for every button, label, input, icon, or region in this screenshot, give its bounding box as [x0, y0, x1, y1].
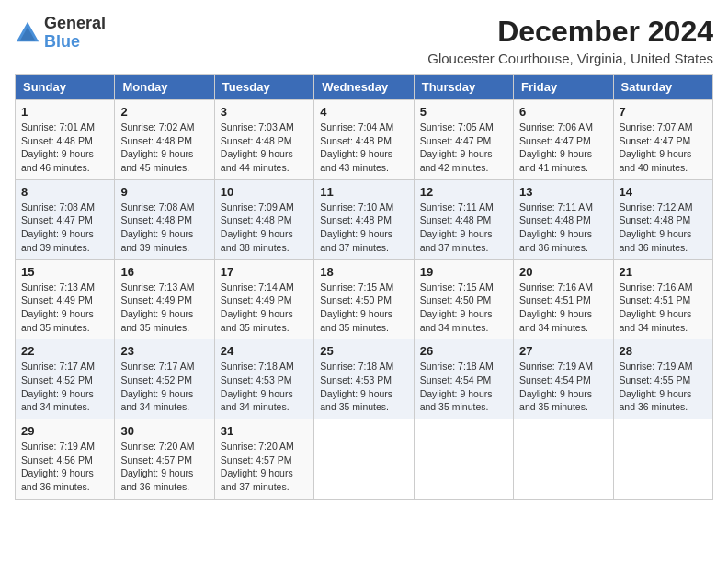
day-number: 17: [221, 265, 308, 279]
calendar-header-row: SundayMondayTuesdayWednesdayThursdayFrid…: [16, 75, 713, 100]
calendar-week-4: 22Sunrise: 7:17 AMSunset: 4:52 PMDayligh…: [16, 339, 713, 419]
day-info: Sunrise: 7:12 AMSunset: 4:48 PMDaylight:…: [620, 201, 693, 253]
calendar-week-2: 8Sunrise: 7:08 AMSunset: 4:47 PMDaylight…: [16, 179, 713, 259]
day-info: Sunrise: 7:19 AMSunset: 4:55 PMDaylight:…: [620, 361, 693, 412]
day-number: 12: [420, 185, 507, 199]
logo-icon: [15, 20, 40, 46]
day-info: Sunrise: 7:14 AMSunset: 4:49 PMDaylight:…: [221, 282, 294, 333]
calendar-day: 23Sunrise: 7:17 AMSunset: 4:52 PMDayligh…: [115, 339, 214, 419]
day-number: 9: [120, 185, 208, 199]
day-info: Sunrise: 7:19 AMSunset: 4:54 PMDaylight:…: [519, 361, 593, 412]
day-number: 18: [320, 265, 407, 279]
calendar-day: 9Sunrise: 7:08 AMSunset: 4:48 PMDaylight…: [115, 179, 214, 259]
day-number: 1: [21, 105, 108, 119]
calendar-day: 18Sunrise: 7:15 AMSunset: 4:50 PMDayligh…: [314, 259, 414, 339]
header: General Blue December 2024 Gloucester Co…: [15, 15, 713, 66]
day-number: 16: [120, 265, 208, 279]
day-info: Sunrise: 7:15 AMSunset: 4:50 PMDaylight:…: [420, 282, 494, 333]
logo: General Blue: [15, 15, 106, 52]
calendar-day: 12Sunrise: 7:11 AMSunset: 4:48 PMDayligh…: [414, 179, 513, 259]
day-info: Sunrise: 7:10 AMSunset: 4:48 PMDaylight:…: [320, 201, 393, 253]
day-number: 2: [120, 105, 208, 119]
header-wednesday: Wednesday: [314, 75, 414, 100]
calendar-day: 15Sunrise: 7:13 AMSunset: 4:49 PMDayligh…: [16, 259, 115, 339]
location-subtitle: Gloucester Courthouse, Virginia, United …: [427, 51, 713, 66]
calendar-day: 26Sunrise: 7:18 AMSunset: 4:54 PMDayligh…: [414, 339, 513, 419]
calendar-week-5: 29Sunrise: 7:19 AMSunset: 4:56 PMDayligh…: [16, 419, 713, 500]
day-info: Sunrise: 7:16 AMSunset: 4:51 PMDaylight:…: [519, 282, 593, 333]
day-info: Sunrise: 7:02 AMSunset: 4:48 PMDaylight:…: [120, 121, 194, 173]
day-number: 7: [620, 105, 707, 119]
day-info: Sunrise: 7:03 AMSunset: 4:48 PMDaylight:…: [221, 121, 294, 173]
title-area: December 2024 Gloucester Courthouse, Vir…: [427, 15, 713, 66]
header-sunday: Sunday: [16, 75, 115, 100]
day-info: Sunrise: 7:08 AMSunset: 4:47 PMDaylight:…: [21, 201, 95, 253]
calendar-day: [613, 419, 712, 500]
day-number: 31: [221, 424, 308, 438]
day-number: 28: [620, 344, 707, 358]
day-number: 15: [21, 265, 108, 279]
day-number: 5: [420, 105, 507, 119]
calendar-day: 3Sunrise: 7:03 AMSunset: 4:48 PMDaylight…: [214, 100, 313, 180]
calendar-day: 24Sunrise: 7:18 AMSunset: 4:53 PMDayligh…: [214, 339, 313, 419]
calendar-day: [514, 419, 613, 500]
day-info: Sunrise: 7:11 AMSunset: 4:48 PMDaylight:…: [420, 201, 494, 253]
day-number: 30: [120, 424, 208, 438]
calendar-week-1: 1Sunrise: 7:01 AMSunset: 4:48 PMDaylight…: [16, 100, 713, 180]
day-number: 4: [320, 105, 407, 119]
day-number: 6: [519, 105, 607, 119]
calendar-day: 14Sunrise: 7:12 AMSunset: 4:48 PMDayligh…: [613, 179, 712, 259]
day-info: Sunrise: 7:05 AMSunset: 4:47 PMDaylight:…: [420, 121, 494, 173]
calendar-day: 2Sunrise: 7:02 AMSunset: 4:48 PMDaylight…: [115, 100, 214, 180]
day-number: 21: [620, 265, 707, 279]
header-friday: Friday: [514, 75, 613, 100]
calendar-week-3: 15Sunrise: 7:13 AMSunset: 4:49 PMDayligh…: [16, 259, 713, 339]
day-info: Sunrise: 7:19 AMSunset: 4:56 PMDaylight:…: [21, 441, 95, 492]
day-info: Sunrise: 7:20 AMSunset: 4:57 PMDaylight:…: [120, 441, 194, 492]
day-number: 13: [519, 185, 607, 199]
day-number: 14: [620, 185, 707, 199]
day-number: 10: [221, 185, 308, 199]
calendar-day: 31Sunrise: 7:20 AMSunset: 4:57 PMDayligh…: [214, 419, 313, 500]
day-number: 3: [221, 105, 308, 119]
day-info: Sunrise: 7:13 AMSunset: 4:49 PMDaylight:…: [120, 282, 194, 333]
calendar-day: 13Sunrise: 7:11 AMSunset: 4:48 PMDayligh…: [514, 179, 613, 259]
day-info: Sunrise: 7:09 AMSunset: 4:48 PMDaylight:…: [221, 201, 294, 253]
calendar-day: 10Sunrise: 7:09 AMSunset: 4:48 PMDayligh…: [214, 179, 313, 259]
header-monday: Monday: [115, 75, 214, 100]
calendar-day: 11Sunrise: 7:10 AMSunset: 4:48 PMDayligh…: [314, 179, 414, 259]
day-number: 22: [21, 344, 108, 358]
day-info: Sunrise: 7:18 AMSunset: 4:53 PMDaylight:…: [320, 361, 393, 412]
day-info: Sunrise: 7:18 AMSunset: 4:53 PMDaylight:…: [221, 361, 294, 412]
header-saturday: Saturday: [613, 75, 712, 100]
day-info: Sunrise: 7:07 AMSunset: 4:47 PMDaylight:…: [620, 121, 693, 173]
calendar-day: 21Sunrise: 7:16 AMSunset: 4:51 PMDayligh…: [613, 259, 712, 339]
day-info: Sunrise: 7:16 AMSunset: 4:51 PMDaylight:…: [620, 282, 693, 333]
calendar-table: SundayMondayTuesdayWednesdayThursdayFrid…: [15, 74, 713, 500]
calendar-day: [414, 419, 513, 500]
calendar-day: 4Sunrise: 7:04 AMSunset: 4:48 PMDaylight…: [314, 100, 414, 180]
calendar-day: 19Sunrise: 7:15 AMSunset: 4:50 PMDayligh…: [414, 259, 513, 339]
day-info: Sunrise: 7:06 AMSunset: 4:47 PMDaylight:…: [519, 121, 593, 173]
calendar-day: 29Sunrise: 7:19 AMSunset: 4:56 PMDayligh…: [16, 419, 115, 500]
day-info: Sunrise: 7:08 AMSunset: 4:48 PMDaylight:…: [120, 201, 194, 253]
day-number: 24: [221, 344, 308, 358]
day-number: 11: [320, 185, 407, 199]
calendar-day: 28Sunrise: 7:19 AMSunset: 4:55 PMDayligh…: [613, 339, 712, 419]
calendar-day: 1Sunrise: 7:01 AMSunset: 4:48 PMDaylight…: [16, 100, 115, 180]
day-number: 27: [519, 344, 607, 358]
calendar-day: [314, 419, 414, 500]
day-info: Sunrise: 7:18 AMSunset: 4:54 PMDaylight:…: [420, 361, 494, 412]
calendar-day: 27Sunrise: 7:19 AMSunset: 4:54 PMDayligh…: [514, 339, 613, 419]
day-info: Sunrise: 7:15 AMSunset: 4:50 PMDaylight:…: [320, 282, 393, 333]
calendar-day: 6Sunrise: 7:06 AMSunset: 4:47 PMDaylight…: [514, 100, 613, 180]
day-info: Sunrise: 7:17 AMSunset: 4:52 PMDaylight:…: [120, 361, 194, 412]
month-title: December 2024: [427, 15, 713, 49]
day-number: 25: [320, 344, 407, 358]
calendar-day: 20Sunrise: 7:16 AMSunset: 4:51 PMDayligh…: [514, 259, 613, 339]
calendar-day: 22Sunrise: 7:17 AMSunset: 4:52 PMDayligh…: [16, 339, 115, 419]
calendar-day: 25Sunrise: 7:18 AMSunset: 4:53 PMDayligh…: [314, 339, 414, 419]
calendar-day: 17Sunrise: 7:14 AMSunset: 4:49 PMDayligh…: [214, 259, 313, 339]
header-tuesday: Tuesday: [214, 75, 313, 100]
logo-text-blue: Blue: [44, 32, 80, 51]
